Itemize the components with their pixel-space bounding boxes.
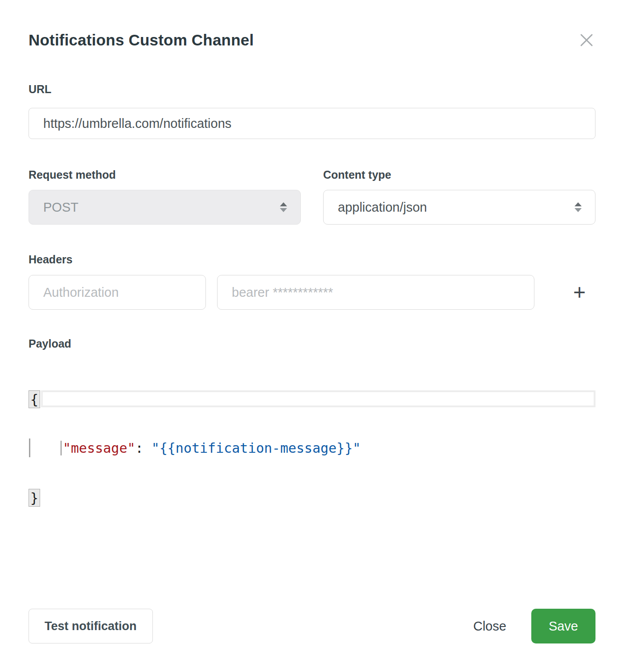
save-button[interactable]: Save — [531, 609, 595, 643]
payload-section: Payload { "message" : "{{notification-me… — [29, 337, 595, 538]
content-type-value: application/json — [338, 200, 427, 215]
content-type-field: Content type application/json — [323, 168, 595, 225]
add-header-icon[interactable]: + — [573, 282, 586, 303]
method-content-row: Request method POST Content type applica… — [29, 168, 595, 225]
request-method-label: Request method — [29, 168, 301, 181]
url-label: URL — [29, 83, 595, 96]
indent-guide — [29, 438, 30, 457]
headers-label: Headers — [29, 253, 595, 266]
chevron-up-down-icon — [280, 202, 287, 212]
open-brace-token: { — [29, 390, 40, 408]
dialog-title: Notifications Custom Channel — [29, 31, 254, 49]
content-type-label: Content type — [323, 168, 595, 181]
header-name-input[interactable] — [29, 275, 206, 310]
editor-line: } — [29, 488, 595, 507]
request-method-select: POST — [29, 190, 301, 225]
footer-actions: Close Save — [473, 609, 595, 643]
json-key-token: "message" — [63, 440, 135, 456]
payload-editor[interactable]: { "message" : "{{notification-message}}"… — [29, 359, 595, 538]
chevron-up-down-icon — [575, 202, 582, 212]
content-type-select[interactable]: application/json — [323, 190, 595, 225]
request-method-value: POST — [43, 200, 78, 215]
json-value-token: "{{notification-message}}" — [152, 440, 361, 456]
close-brace-token: } — [29, 489, 40, 507]
test-notification-button[interactable]: Test notification — [29, 609, 153, 643]
editor-line: { — [29, 390, 595, 407]
url-input[interactable] — [29, 108, 595, 139]
json-separator-token: : — [135, 440, 152, 456]
url-field: URL — [29, 83, 595, 139]
dialog-header: Notifications Custom Channel — [29, 31, 595, 49]
close-button[interactable]: Close — [473, 619, 506, 634]
text-cursor — [61, 441, 62, 455]
request-method-field: Request method POST — [29, 168, 301, 225]
headers-section: Headers + — [29, 253, 595, 310]
header-row: + — [29, 275, 595, 310]
close-icon[interactable] — [579, 32, 595, 48]
active-line-highlight — [41, 390, 595, 407]
dialog-footer: Test notification Close Save — [29, 609, 595, 643]
notifications-custom-channel-dialog: Notifications Custom Channel URL Request… — [0, 0, 624, 672]
header-value-input[interactable] — [217, 275, 534, 310]
payload-label: Payload — [29, 337, 595, 350]
editor-line: "message" : "{{notification-message}}" — [29, 438, 595, 457]
